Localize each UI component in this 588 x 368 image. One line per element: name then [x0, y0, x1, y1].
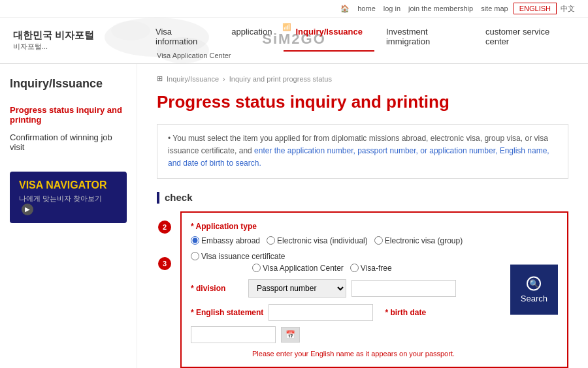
visa-nav-regular: NAVIGATOR [46, 179, 106, 191]
search-area-wrapper: 2 3 Application type Embassy abroad [180, 211, 568, 368]
division-row: division Passport number Application num… [191, 279, 558, 298]
radio-evisa-individual-label: Electronic visa (individual) [277, 236, 368, 245]
search-btn-label: Search [521, 293, 547, 303]
breadcrumb-item-1[interactable]: Inquiry/Issuance [167, 75, 219, 83]
main-nav: Visa information application Inquiry/Iss… [144, 22, 575, 59]
radio-visa-free-input[interactable] [350, 264, 359, 272]
info-box: • You must select the item you applied f… [157, 124, 568, 179]
breadcrumb-icon: ⊞ [157, 74, 163, 83]
home-icon: 🏠 [340, 5, 350, 13]
radio-group-app-type: Embassy abroad Electronic visa (individu… [191, 236, 558, 261]
app-type-label: Application type [191, 222, 257, 231]
english-hint: Please enter your English name as it app… [252, 350, 558, 358]
breadcrumb-item-2: Inquiry and print progress status [229, 75, 332, 83]
nav-customer-service[interactable]: customer service center [474, 22, 575, 52]
radio-embassy-abroad-input[interactable] [191, 236, 199, 245]
birthdate-input[interactable] [191, 326, 276, 343]
radio-visa-app-center-input[interactable] [252, 264, 261, 272]
english-input[interactable] [269, 304, 373, 321]
nav-application[interactable]: application [220, 22, 284, 52]
breadcrumb-separator: › [223, 75, 225, 83]
radio-visa-app-center-label: Visa Application Center [263, 264, 344, 273]
sidebar-item-winning[interactable]: Confirmation of winning job visit [10, 129, 127, 156]
sidebar-title: Inquiry/Issuance [10, 77, 127, 91]
radio-evisa-group-label: Electronic visa (group) [385, 236, 463, 245]
radio-embassy-abroad-label: Embassy abroad [201, 236, 260, 245]
radio-evisa-individual[interactable]: Electronic visa (individual) [267, 236, 368, 245]
home-link[interactable]: home [357, 5, 376, 12]
radio-visa-issuance[interactable]: Visa issuance certificate [191, 252, 286, 261]
calendar-icon[interactable]: 📅 [281, 327, 300, 343]
check-section-title: check [165, 192, 193, 203]
radio-visa-app-center[interactable]: Visa Application Center [252, 264, 344, 273]
radio-group-app-type-2: Visa Application Center Visa-free [252, 264, 392, 273]
search-button[interactable]: 🔍 Search [510, 264, 558, 314]
header: 대한민국 비자포털 비자포털... 📶 SiM2GO Visa informat… [0, 18, 588, 64]
nav-investment-immigration[interactable]: Investment immigration [374, 22, 474, 52]
division-value-input[interactable] [351, 280, 456, 297]
visa-nav-title: VISA NAVIGATOR [19, 179, 118, 191]
lang-english-button[interactable]: ENGLISH [514, 3, 557, 14]
page-title: Progress status inquiry and printing [157, 92, 568, 112]
radio-visa-issuance-label: Visa issuance certificate [201, 252, 286, 261]
search-icon: 🔍 [527, 276, 541, 290]
visa-nav-go: ▶ [22, 204, 33, 215]
english-birthdate-row: English statement birth date 📅 [191, 304, 558, 343]
section-bar [157, 192, 159, 204]
division-select[interactable]: Passport number Application number [248, 279, 346, 298]
application-type-row: Application type Embassy abroad Electron… [191, 222, 558, 261]
breadcrumb: ⊞ Inquiry/Issuance › Inquiry and print p… [157, 74, 568, 83]
radio-evisa-group-input[interactable] [374, 236, 383, 245]
step-2-badge: 2 [158, 221, 171, 234]
sidebar: Inquiry/Issuance Progress status inquiry… [0, 64, 137, 368]
division-label: division [191, 284, 243, 293]
radio-visa-issuance-input[interactable] [191, 252, 199, 260]
radio-evisa-individual-input[interactable] [267, 236, 275, 245]
nav-sub-label: Visa Application Center [157, 52, 575, 59]
step-3-badge: 3 [158, 257, 171, 270]
sidebar-item-progress[interactable]: Progress status inquiry and printing [10, 101, 127, 129]
radio-visa-free-label: Visa-free [361, 264, 392, 273]
login-link[interactable]: log in [384, 5, 400, 12]
page-layout: Inquiry/Issuance Progress status inquiry… [0, 64, 588, 368]
lang-cn-label[interactable]: 中文 [561, 4, 575, 14]
visa-navigator-box[interactable]: VISA NAVIGATOR 나에게 맞는비자 찾아보기 ▶ [10, 172, 127, 223]
main-content: ⊞ Inquiry/Issuance › Inquiry and print p… [137, 64, 588, 368]
join-link[interactable]: join the membership [408, 5, 473, 12]
sitemap-link[interactable]: site map [481, 5, 508, 12]
visa-bold-text: VISA [19, 179, 43, 191]
step-2-indicator: 2 [158, 221, 175, 234]
radio-evisa-group[interactable]: Electronic visa (group) [374, 236, 463, 245]
radio-visa-free[interactable]: Visa-free [350, 264, 392, 273]
radio-embassy-abroad[interactable]: Embassy abroad [191, 236, 260, 245]
top-bar: 🏠 home log in join the membership site m… [0, 0, 588, 18]
birthdate-label: birth date [385, 308, 437, 317]
nav-visa-information[interactable]: Visa information [144, 22, 220, 52]
check-section-header: check [157, 192, 568, 204]
visa-nav-subtitle: 나에게 맞는비자 찾아보기 [19, 194, 118, 204]
nav-inquiry-issuance[interactable]: Inquiry/Issuance [284, 22, 374, 52]
english-label: English statement [191, 308, 263, 317]
search-box: Application type Embassy abroad Electron… [180, 211, 568, 368]
step-3-indicator: 3 [158, 257, 175, 270]
